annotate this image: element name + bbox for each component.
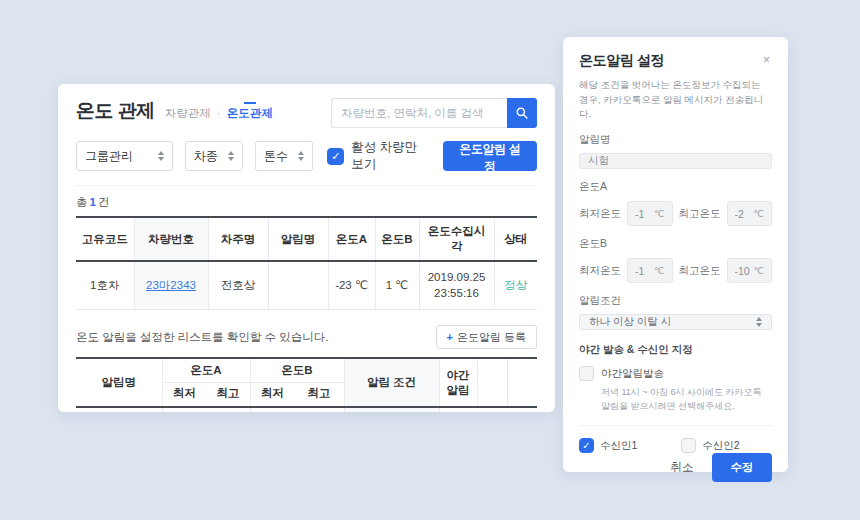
- col-header-night-alert: 야간 알림: [439, 358, 477, 407]
- col-header-temp-a-group: 온도A: [162, 358, 250, 383]
- register-temp-alert-button[interactable]: + 온도알림 등록: [436, 325, 538, 349]
- search-button[interactable]: [507, 98, 537, 128]
- col-header-edit: [507, 358, 537, 407]
- condition-select-value: 하나 이상 이탈 시: [589, 315, 671, 329]
- search-bar: [331, 98, 537, 128]
- active-only-filter: ✓ 활성 차량만 보기: [327, 139, 431, 173]
- cell-alert-name: [268, 261, 328, 310]
- temp-a-max-label: 최고온도: [679, 207, 721, 221]
- cell-collected-at: 2019.09.25 23:55:16: [419, 261, 494, 310]
- recipient2-checkbox[interactable]: [681, 438, 696, 453]
- temp-unit: ℃: [654, 265, 665, 276]
- temp-alert-settings-modal: 온도알림 설정 × 해당 조건을 벗어나는 온도정보가 수집되는 경우, 카카오…: [563, 37, 788, 472]
- breadcrumb-separator: ·: [217, 107, 221, 119]
- temp-b-min-input[interactable]: -1 ℃: [627, 258, 673, 283]
- alert-settings-table: 알림명 온도A 온도B 알림 조건 야간 알림 최저 최고 최저 최고 시험 -…: [76, 357, 537, 412]
- breadcrumb-current-label: 온도관제: [227, 107, 273, 119]
- card-header: 온도 관제 차량관제 · 온도관제: [76, 98, 537, 128]
- filter-divider: [76, 185, 537, 186]
- col-header-alert-name: 알림명: [76, 358, 162, 407]
- cell-edit: 수정: [507, 407, 537, 412]
- cell-vehicle-no: 23마2343: [134, 261, 208, 310]
- active-only-checkbox[interactable]: ✓: [327, 148, 344, 165]
- col-header-temp-b: 온도B: [375, 217, 419, 261]
- col-header-collected-at: 온도수집시각: [419, 217, 494, 261]
- breadcrumb-parent[interactable]: 차량관제: [165, 106, 211, 121]
- alert-list-header: 온도 알림을 설정한 리스트를 확인할 수 있습니다. + 온도알림 등록: [76, 325, 537, 349]
- tonnage-select-value: 톤수: [264, 148, 288, 165]
- summary-count: 1: [90, 196, 96, 208]
- temp-a-min-label: 최저온도: [579, 207, 621, 221]
- vehicle-type-select[interactable]: 차종: [185, 141, 243, 171]
- recipient2-label: 수신인2: [702, 439, 739, 453]
- temp-a-max-input[interactable]: -2 ℃: [727, 201, 773, 226]
- cell-status: 정상: [494, 261, 537, 310]
- recipients-row: ✓ 수신인1 수신인2: [579, 438, 772, 453]
- temp-b-min-value: -1: [635, 265, 644, 277]
- vehicle-no-link[interactable]: 23마2343: [146, 279, 196, 291]
- vehicle-table-row[interactable]: 1호차 23마2343 전호상 -23 ℃ 1 ℃ 2019.09.25 23:…: [76, 261, 537, 310]
- vehicle-table: 고유코드 차량번호 차주명 알림명 온도A 온도B 온도수집시각 상태 1호차 …: [76, 216, 537, 310]
- temp-alert-settings-button[interactable]: 온도알림 설정: [443, 141, 537, 171]
- col-header-condition: 알림 조건: [344, 358, 439, 407]
- modal-title: 온도알림 설정: [579, 52, 664, 70]
- temp-unit: ℃: [753, 265, 764, 276]
- vehicle-table-header-row: 고유코드 차량번호 차주명 알림명 온도A 온도B 온도수집시각 상태: [76, 217, 537, 261]
- temp-unit: ℃: [753, 208, 764, 219]
- condition-select[interactable]: 하나 이상 이탈 시: [579, 314, 772, 330]
- modal-divider: [579, 425, 772, 426]
- cell-a-max: -2 ℃: [206, 407, 250, 412]
- temperature-control-card: 온도 관제 차량관제 · 온도관제 그룹관리 차: [58, 84, 555, 412]
- col-header-alert-name: 알림명: [268, 217, 328, 261]
- cancel-button[interactable]: 취소: [671, 460, 694, 475]
- condition-label: 알림조건: [579, 294, 772, 308]
- modal-footer: 취소 수정: [579, 453, 772, 482]
- cell-b-max: -10 ℃: [294, 407, 344, 412]
- col-header-delete: [477, 358, 507, 407]
- temp-unit: ℃: [654, 208, 665, 219]
- sort-arrows-icon: [298, 151, 304, 161]
- col-header-status: 상태: [494, 217, 537, 261]
- check-icon: ✓: [331, 150, 340, 163]
- submit-button[interactable]: 수정: [712, 453, 772, 482]
- col-header-a-min: 최저: [162, 383, 206, 408]
- modal-description: 해당 조건을 벗어나는 온도정보가 수집되는 경우, 카카오톡으로 알림 메시지…: [579, 78, 772, 122]
- cell-temp-a: -23 ℃: [328, 261, 375, 310]
- temp-a-section-label: 온도A: [579, 180, 772, 194]
- group-select[interactable]: 그룹관리: [76, 141, 173, 171]
- breadcrumb-active-indicator: [244, 102, 256, 104]
- temp-b-min-label: 최저온도: [579, 264, 621, 278]
- cell-a-min: -1 ℃: [162, 407, 206, 412]
- temp-b-max-input[interactable]: -10 ℃: [727, 258, 773, 283]
- tonnage-select[interactable]: 톤수: [255, 141, 313, 171]
- temp-b-section-label: 온도B: [579, 237, 772, 251]
- cell-code: 1호차: [76, 261, 134, 310]
- recipient1-option: ✓ 수신인1: [579, 438, 637, 453]
- alert-list-description: 온도 알림을 설정한 리스트를 확인할 수 있습니다.: [76, 330, 328, 345]
- temp-a-min-value: -1: [635, 208, 644, 220]
- night-section-label: 야간 발송 & 수신인 지정: [579, 343, 772, 357]
- cell-condition: 하나 이상 이탈 시: [344, 407, 439, 412]
- recipient1-checkbox[interactable]: ✓: [579, 438, 594, 453]
- cell-temp-b: 1 ℃: [375, 261, 419, 310]
- search-icon: [515, 106, 529, 120]
- close-icon[interactable]: ×: [761, 52, 772, 68]
- page-title: 온도 관제: [76, 98, 155, 124]
- breadcrumb-current[interactable]: 온도관제: [227, 106, 273, 121]
- sort-arrows-icon: [228, 151, 234, 161]
- alert-name-input[interactable]: 시험: [579, 153, 772, 169]
- vehicle-type-select-value: 차종: [194, 148, 218, 165]
- temp-a-min-input[interactable]: -1 ℃: [627, 201, 673, 226]
- search-input[interactable]: [331, 98, 507, 128]
- col-header-b-min: 최저: [250, 383, 294, 408]
- group-select-value: 그룹관리: [85, 148, 133, 165]
- title-wrap: 온도 관제 차량관제 · 온도관제: [76, 98, 273, 124]
- recipient1-label: 수신인1: [600, 439, 637, 453]
- night-alert-checkbox[interactable]: [579, 366, 594, 381]
- temp-b-max-value: -10: [735, 265, 750, 277]
- plus-icon: +: [447, 331, 453, 343]
- col-header-b-max: 최고: [294, 383, 344, 408]
- col-header-temp-b-group: 온도B: [250, 358, 344, 383]
- summary-suffix: 건: [98, 196, 110, 208]
- active-only-label: 활성 차량만 보기: [351, 139, 431, 173]
